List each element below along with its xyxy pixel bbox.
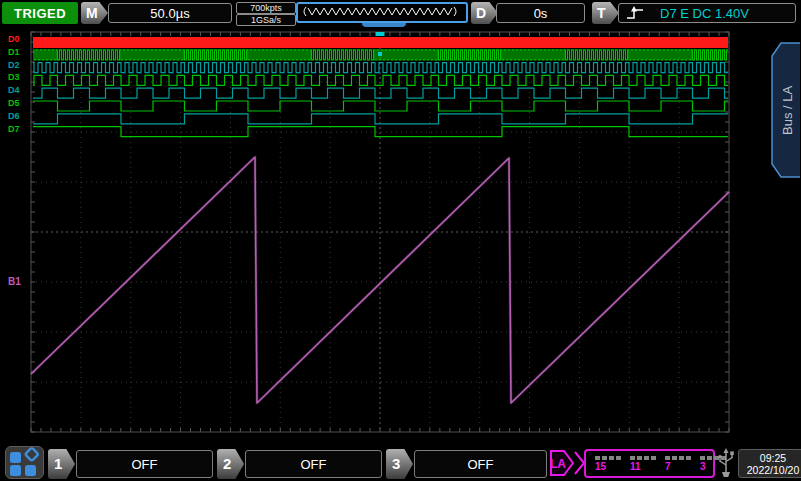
channel-label-D1: D1 <box>8 47 20 57</box>
trigger-setting-text: D7 E DC 1.40V <box>660 6 749 21</box>
la-squares <box>595 456 621 460</box>
clock-date: 2022/10/20 <box>747 464 800 476</box>
la-channel-square <box>595 456 600 460</box>
delay-readout: 0s <box>496 3 585 23</box>
tab-bus-la[interactable]: Bus / LA <box>771 42 801 178</box>
waveform-overview-thumbnail <box>296 2 468 23</box>
wave-D0 <box>33 37 728 48</box>
softkey-1-button[interactable]: OFF <box>76 450 213 478</box>
la-channel-square <box>665 456 670 460</box>
rising-edge-icon <box>626 5 644 21</box>
soft-menu-bar: 1 OFF 2 OFF 3 OFF LA 151173 09:25 2022/1… <box>0 445 801 481</box>
timebase-readout: 50.0µs <box>108 3 232 23</box>
la-channel-square <box>686 456 691 460</box>
la-active-badge[interactable]: LA <box>550 448 586 481</box>
status-bar: TRIGED M 50.0µs 700kpts 1GSa/s D 0s T D7… <box>0 0 801 26</box>
softkey-3-button[interactable]: OFF <box>414 450 547 478</box>
la-group-7: 7 <box>665 456 691 472</box>
waveform-plot <box>0 26 801 445</box>
la-group-number: 15 <box>595 462 621 472</box>
clock-time: 09:25 <box>760 452 786 464</box>
channel-label-D7: D7 <box>8 124 20 134</box>
channel-label-D3: D3 <box>8 72 20 82</box>
la-squares <box>665 456 691 460</box>
la-group-15: 15 <box>595 456 621 472</box>
trigger-position-marker <box>376 32 385 36</box>
overview-zigzag-icon <box>298 5 462 18</box>
la-squares <box>630 456 656 460</box>
waveform-display: D0D1D2D3D4D5D6D7 B1 <box>0 26 801 445</box>
trigger-status-badge: TRIGED <box>2 2 78 24</box>
trigger-point-marker <box>378 52 382 56</box>
usb-icon <box>716 447 736 481</box>
la-group-number: 7 <box>665 462 691 472</box>
la-channel-square <box>700 456 705 460</box>
la-channel-square <box>672 456 677 460</box>
app-grid-icon <box>6 447 43 478</box>
channel-label-D6: D6 <box>8 111 20 121</box>
overview-handle <box>362 23 406 27</box>
la-channel-indicator[interactable]: 151173 <box>584 449 715 478</box>
channel-label-D5: D5 <box>8 98 20 108</box>
channel-label-D0: D0 <box>8 34 20 44</box>
softkey-3-badge: 3 <box>386 449 413 479</box>
timebase-badge: M <box>81 2 108 24</box>
la-channel-square <box>602 456 607 460</box>
trigger-badge: T <box>592 2 619 24</box>
trigger-readout: D7 E DC 1.40V <box>618 3 796 23</box>
app-menu-button[interactable] <box>5 446 44 479</box>
memory-depth-readout: 700kpts <box>236 2 296 14</box>
la-channel-square <box>651 456 656 460</box>
la-group-number: 11 <box>630 462 656 472</box>
sample-rate-readout: 1GSa/s <box>236 14 296 26</box>
svg-text:LA: LA <box>550 457 566 471</box>
side-tab-label: Bus / LA <box>778 42 796 178</box>
la-channel-square <box>707 456 712 460</box>
la-channel-square <box>616 456 621 460</box>
la-channel-square <box>644 456 649 460</box>
la-badge-shape: LA <box>550 448 586 478</box>
la-channel-square <box>637 456 642 460</box>
la-channel-square <box>630 456 635 460</box>
bus-b1-label: B1 <box>8 276 21 287</box>
delay-badge: D <box>471 2 498 24</box>
la-channel-square <box>679 456 684 460</box>
channel-label-D2: D2 <box>8 60 20 70</box>
clock: 09:25 2022/10/20 <box>738 449 801 478</box>
softkey-2-button[interactable]: OFF <box>245 450 382 478</box>
la-group-11: 11 <box>630 456 656 472</box>
softkey-1-badge: 1 <box>48 449 75 479</box>
channel-label-D4: D4 <box>8 85 20 95</box>
softkey-2-badge: 2 <box>217 449 244 479</box>
la-channel-square <box>609 456 614 460</box>
